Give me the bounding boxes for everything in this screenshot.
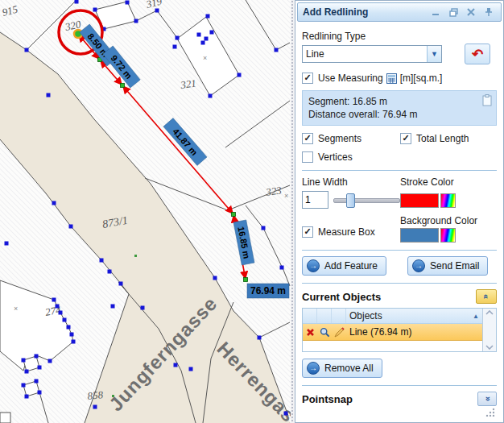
parcel-vertex[interactable] xyxy=(56,305,60,309)
parcel-vertex[interactable] xyxy=(38,366,42,370)
redlining-type-select[interactable]: Line ▼ xyxy=(302,45,442,63)
parcel-vertex[interactable] xyxy=(93,405,97,409)
background-color-swatch[interactable] xyxy=(400,228,439,243)
minimize-icon[interactable] xyxy=(428,6,443,19)
measure-box-checkbox[interactable] xyxy=(302,226,313,238)
parcel-vertex[interactable] xyxy=(47,93,51,97)
edit-icon[interactable] xyxy=(332,324,346,340)
parcel-vertex[interactable] xyxy=(206,15,210,19)
parcel-vertex[interactable] xyxy=(93,8,97,12)
slider-handle[interactable] xyxy=(346,193,355,208)
parcel-vertex[interactable] xyxy=(63,318,67,322)
parcel-vertex[interactable] xyxy=(275,48,279,52)
parcel-vertex[interactable] xyxy=(189,367,193,371)
parcel-vertex[interactable] xyxy=(35,379,39,384)
parcel-vertex[interactable] xyxy=(141,306,145,310)
parcel-vertex[interactable] xyxy=(5,242,9,246)
table-row[interactable]: Line (76.94 m) xyxy=(303,324,482,341)
parcel-vertex[interactable] xyxy=(209,94,213,98)
panel-titlebar[interactable]: Add Redlining xyxy=(297,2,502,22)
stroke-color-swatch[interactable] xyxy=(400,193,439,208)
parcel-vertex[interactable] xyxy=(201,41,205,45)
table-scrollbar[interactable] xyxy=(482,309,496,351)
parcel-vertex[interactable] xyxy=(213,276,217,280)
send-email-button[interactable]: → Send Email xyxy=(407,256,488,276)
stroke-color-palette-icon[interactable] xyxy=(440,193,456,208)
parcel-vertex[interactable] xyxy=(70,333,74,337)
vertices-checkbox[interactable] xyxy=(302,151,313,163)
parcel-vertex[interactable] xyxy=(197,33,201,37)
parcel-vertex[interactable] xyxy=(69,225,73,229)
parcel-vertex[interactable] xyxy=(176,36,180,40)
parcel-vertex[interactable] xyxy=(155,9,159,13)
current-objects-table: Objects ▲ xyxy=(302,308,497,352)
line-width-slider[interactable] xyxy=(333,193,400,207)
parcel-vertex[interactable] xyxy=(38,391,42,395)
parcel-vertex[interactable] xyxy=(126,1,130,5)
parcel-vertex[interactable] xyxy=(134,19,138,23)
parcel-vertex[interactable] xyxy=(22,359,26,363)
zoom-to-icon[interactable] xyxy=(317,324,332,340)
measurement-vertex[interactable] xyxy=(121,84,125,88)
parcel-vertex[interactable] xyxy=(59,311,63,315)
parcel-vertex[interactable] xyxy=(22,384,26,388)
restore-icon[interactable] xyxy=(446,6,461,19)
parcel-vertex[interactable] xyxy=(75,0,79,4)
use-measuring-checkbox[interactable] xyxy=(302,73,313,84)
parcel-vertex[interactable] xyxy=(52,298,56,302)
redlining-type-label: Redlining Type xyxy=(302,31,497,42)
parcel-vertex[interactable] xyxy=(111,305,115,309)
parcel-vertex[interactable] xyxy=(35,355,39,359)
segments-checkbox[interactable] xyxy=(302,133,313,144)
close-icon[interactable] xyxy=(464,6,478,19)
parcel-vertex[interactable] xyxy=(210,31,214,35)
pointsnap-title: Pointsnap xyxy=(302,393,353,405)
parcel-vertex[interactable] xyxy=(262,226,266,230)
measurement-vertex[interactable] xyxy=(244,278,248,282)
parcel-vertex[interactable] xyxy=(173,45,177,49)
parcel-vertex[interactable] xyxy=(119,282,123,286)
parcel-vertex[interactable] xyxy=(238,73,242,77)
add-feature-button[interactable]: → Add Feature xyxy=(302,256,386,276)
line-width-label: Line Width xyxy=(302,176,400,188)
parcel-vertex[interactable] xyxy=(52,201,56,205)
resize-grip[interactable] xyxy=(485,406,497,421)
measurement-vertex[interactable] xyxy=(232,213,236,217)
parcel-vertex[interactable] xyxy=(25,370,29,374)
parcel-vertex[interactable] xyxy=(25,395,29,399)
objects-column-header[interactable]: Objects xyxy=(346,310,469,321)
parcel-vertex[interactable] xyxy=(174,363,178,367)
line-width-input[interactable] xyxy=(302,191,328,209)
svg-text:76.94 m: 76.94 m xyxy=(250,285,286,297)
parcel-vertex[interactable] xyxy=(67,326,71,330)
parcel-vertex[interactable] xyxy=(100,259,104,263)
application-window: × × × 915 319 320 321 323 873/1 274 858 xyxy=(0,0,504,423)
calculator-icon xyxy=(386,73,397,84)
parcel-vertex[interactable] xyxy=(25,48,29,52)
scroll-up-icon[interactable] xyxy=(485,310,494,315)
measure-info-box: Segment: 16.85 m Distance overall: 76.94… xyxy=(302,90,497,126)
clipboard-icon[interactable] xyxy=(482,94,492,110)
arrow-right-icon: → xyxy=(307,362,320,375)
total-length-checkbox[interactable] xyxy=(400,133,411,144)
units-label: [m][sq.m.] xyxy=(400,73,443,84)
parcel-vertex[interactable] xyxy=(72,340,76,344)
undo-button[interactable]: ↶ xyxy=(465,44,490,64)
chevron-down-icon[interactable]: ▼ xyxy=(427,46,441,62)
scroll-down-icon[interactable] xyxy=(485,345,494,350)
delete-icon[interactable] xyxy=(303,324,317,340)
collapse-section-button[interactable]: « xyxy=(476,289,497,304)
parcel-vertex[interactable] xyxy=(48,359,52,363)
expand-section-button[interactable]: « xyxy=(477,392,497,406)
parcel-vertex[interactable] xyxy=(108,270,112,274)
remove-all-button[interactable]: → Remove All xyxy=(302,359,382,378)
parcel-vertex[interactable] xyxy=(204,37,209,41)
map-view[interactable]: × × × 915 319 320 321 323 873/1 274 858 xyxy=(0,0,291,423)
parcel-vertex[interactable] xyxy=(280,266,284,270)
sort-ascending-icon[interactable]: ▲ xyxy=(469,313,482,320)
pin-icon[interactable] xyxy=(481,6,496,19)
parcel-vertex[interactable] xyxy=(258,336,262,340)
table-header[interactable]: Objects ▲ xyxy=(303,309,482,324)
parcel-vertex[interactable] xyxy=(284,412,288,416)
background-color-palette-icon[interactable] xyxy=(440,228,456,243)
